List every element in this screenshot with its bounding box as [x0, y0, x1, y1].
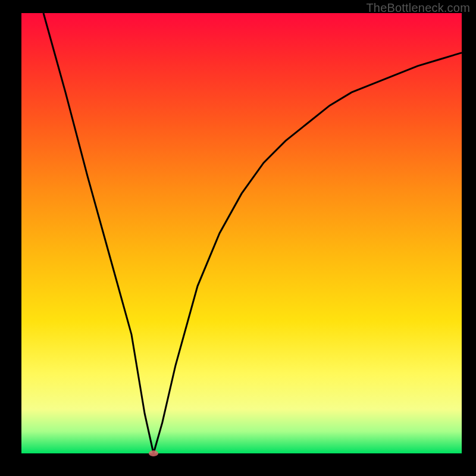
bottleneck-curve — [21, 13, 462, 453]
curve-path — [43, 13, 462, 453]
min-point-marker — [149, 450, 158, 456]
watermark-text: TheBottleneck.com — [366, 1, 470, 15]
outer-frame: TheBottleneck.com — [0, 0, 476, 476]
plot-area — [21, 13, 462, 453]
